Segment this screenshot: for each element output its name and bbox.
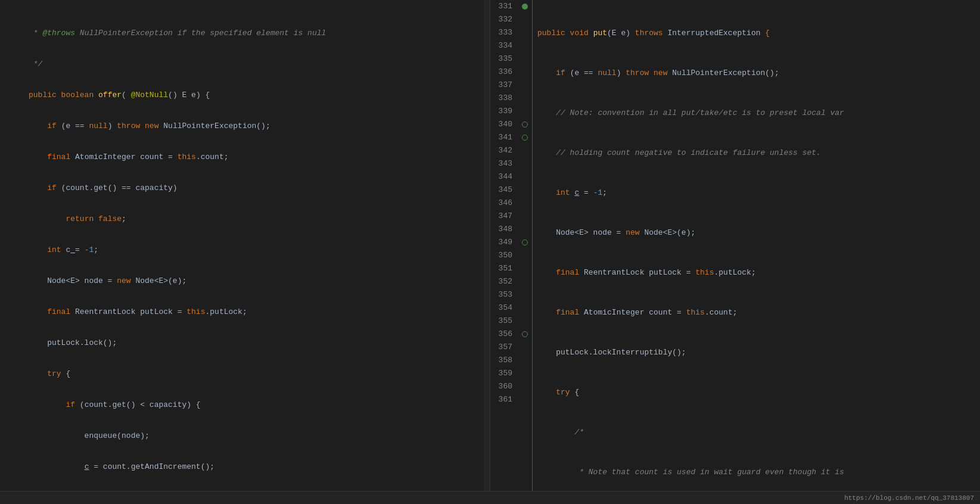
code-line: */ bbox=[29, 58, 479, 71]
right-code-line: final ReentrantLock putLock = this.putLo… bbox=[537, 266, 975, 279]
right-code-line: * Note that count is used in wait guard … bbox=[537, 466, 975, 479]
right-code-line: Node<E> node = new Node<E>(e); bbox=[537, 226, 975, 239]
code-line: if (count.get() == capacity) bbox=[29, 182, 479, 195]
code-line: * @throws NullPointerException if the sp… bbox=[29, 27, 479, 40]
right-code-line: putLock.lockInterruptibly(); bbox=[537, 346, 975, 359]
code-line: try { bbox=[29, 368, 479, 381]
right-code-line: // Note: convention in all put/take/etc … bbox=[537, 107, 975, 120]
diff-marker-349 bbox=[517, 236, 532, 249]
editor-container: * @throws NullPointerException if the sp… bbox=[0, 0, 980, 491]
right-code-line: // holding count negative to indicate fa… bbox=[537, 147, 975, 160]
code-line: if (count.get() < capacity) { bbox=[29, 399, 479, 412]
left-line-numbers bbox=[0, 0, 24, 491]
diff-marker-356 bbox=[517, 328, 532, 341]
code-line: if (e == null) throw new NullPointerExce… bbox=[29, 120, 479, 133]
url-display: https://blog.csdn.net/qq_37813807 bbox=[844, 494, 974, 502]
code-line: int c = -1; bbox=[29, 244, 479, 257]
right-code-area: public void put(E e) throws InterruptedE… bbox=[533, 0, 980, 491]
diff-marker-331 bbox=[517, 0, 532, 13]
right-line-numbers: 331 332 333 334 335 336 337 338 339 340 … bbox=[490, 0, 517, 491]
right-code-line: /* bbox=[537, 426, 975, 439]
code-line: public boolean offer( @NotNull() E e) { bbox=[29, 89, 479, 102]
code-line: Node<E> node = new Node<E>(e); bbox=[29, 275, 479, 288]
code-line: c = count.getAndIncrement(); bbox=[29, 461, 479, 474]
left-pane: * @throws NullPointerException if the sp… bbox=[0, 0, 490, 491]
diff-marker-340 bbox=[517, 118, 532, 131]
right-code-line: public void put(E e) throws InterruptedE… bbox=[537, 27, 975, 40]
code-line: final ReentrantLock putLock = this.putLo… bbox=[29, 306, 479, 319]
left-code-area: * @throws NullPointerException if the sp… bbox=[24, 0, 484, 491]
code-line: final AtomicInteger count = this.count; bbox=[29, 151, 479, 164]
right-code-line: int c = -1; bbox=[537, 186, 975, 200]
right-pane: 331 332 333 334 335 336 337 338 339 340 … bbox=[490, 0, 980, 491]
right-code-line: try { bbox=[537, 386, 975, 399]
code-line: enqueue(node); bbox=[29, 430, 479, 443]
code-line: putLock.lock(); bbox=[29, 337, 479, 350]
left-scrollbar[interactable] bbox=[484, 0, 490, 491]
diff-gutter bbox=[517, 0, 532, 491]
right-code-line: final AtomicInteger count = this.count; bbox=[537, 306, 975, 319]
right-code-line: if (e == null) throw new NullPointerExce… bbox=[537, 67, 975, 80]
bottom-bar: https://blog.csdn.net/qq_37813807 bbox=[0, 491, 980, 504]
diff-marker-341 bbox=[517, 131, 532, 144]
code-line: return false; bbox=[29, 213, 479, 226]
